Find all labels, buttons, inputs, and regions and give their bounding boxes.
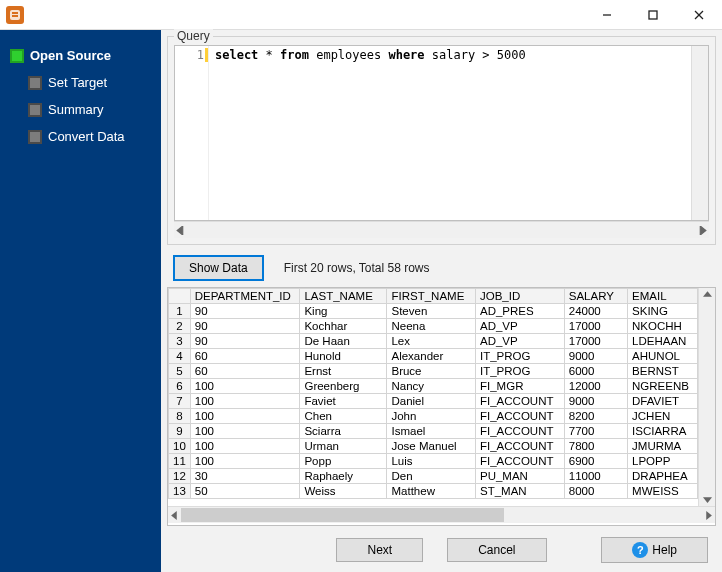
cell[interactable]: AHUNOL [628, 349, 698, 364]
cell[interactable]: JMURMA [628, 439, 698, 454]
cell[interactable]: Ismael [387, 424, 476, 439]
cell[interactable]: 6000 [564, 364, 627, 379]
table-row[interactable]: 190KingStevenAD_PRES24000SKING [169, 304, 698, 319]
cell[interactable]: AD_VP [476, 334, 565, 349]
cell[interactable]: Urman [300, 439, 387, 454]
cell[interactable]: ISCIARRA [628, 424, 698, 439]
table-row[interactable]: 8100ChenJohnFI_ACCOUNT8200JCHEN [169, 409, 698, 424]
cell[interactable]: 9000 [564, 394, 627, 409]
cell[interactable]: Popp [300, 454, 387, 469]
cell[interactable]: Greenberg [300, 379, 387, 394]
column-header[interactable]: EMAIL [628, 289, 698, 304]
cell[interactable]: LDEHAAN [628, 334, 698, 349]
maximize-button[interactable] [630, 0, 676, 30]
cell[interactable]: SKING [628, 304, 698, 319]
cell[interactable]: AD_VP [476, 319, 565, 334]
cell[interactable]: Raphaely [300, 469, 387, 484]
cell[interactable]: ST_MAN [476, 484, 565, 499]
cell[interactable]: NKOCHH [628, 319, 698, 334]
cell[interactable]: NGREENB [628, 379, 698, 394]
cell[interactable]: DRAPHEA [628, 469, 698, 484]
column-header[interactable]: JOB_ID [476, 289, 565, 304]
cell[interactable]: 8000 [564, 484, 627, 499]
cell[interactable]: 60 [190, 349, 300, 364]
cell[interactable]: FI_ACCOUNT [476, 454, 565, 469]
cell[interactable]: Weiss [300, 484, 387, 499]
cell[interactable]: BERNST [628, 364, 698, 379]
cell[interactable]: 12000 [564, 379, 627, 394]
show-data-button[interactable]: Show Data [173, 255, 264, 281]
cell[interactable]: IT_PROG [476, 364, 565, 379]
cell[interactable]: 6900 [564, 454, 627, 469]
close-button[interactable] [676, 0, 722, 30]
cell[interactable]: Neena [387, 319, 476, 334]
cell[interactable]: Lex [387, 334, 476, 349]
cell[interactable]: MWEISS [628, 484, 698, 499]
table-row[interactable]: 460HunoldAlexanderIT_PROG9000AHUNOL [169, 349, 698, 364]
cell[interactable]: IT_PROG [476, 349, 565, 364]
cell[interactable]: 9000 [564, 349, 627, 364]
cell[interactable]: Hunold [300, 349, 387, 364]
cell[interactable]: 90 [190, 334, 300, 349]
grid-vscroll[interactable] [698, 288, 715, 506]
cell[interactable]: 100 [190, 409, 300, 424]
results-grid[interactable]: DEPARTMENT_IDLAST_NAMEFIRST_NAMEJOB_IDSA… [167, 287, 716, 526]
cell[interactable]: Jose Manuel [387, 439, 476, 454]
table-row[interactable]: 6100GreenbergNancyFI_MGR12000NGREENB [169, 379, 698, 394]
table-row[interactable]: 1230RaphaelyDenPU_MAN11000DRAPHEA [169, 469, 698, 484]
cell[interactable]: LPOPP [628, 454, 698, 469]
cell[interactable]: FI_MGR [476, 379, 565, 394]
cell[interactable]: Nancy [387, 379, 476, 394]
cell[interactable]: De Haan [300, 334, 387, 349]
query-editor[interactable]: 1 select * from employees where salary >… [174, 45, 709, 221]
cell[interactable]: 8200 [564, 409, 627, 424]
cell[interactable]: FI_ACCOUNT [476, 409, 565, 424]
table-row[interactable]: 290KochharNeenaAD_VP17000NKOCHH [169, 319, 698, 334]
cell[interactable]: FI_ACCOUNT [476, 394, 565, 409]
grid-hscroll[interactable] [168, 506, 715, 523]
cell[interactable]: Kochhar [300, 319, 387, 334]
table-row[interactable]: 11100PoppLuisFI_ACCOUNT6900LPOPP [169, 454, 698, 469]
cell[interactable]: JCHEN [628, 409, 698, 424]
cell[interactable]: Den [387, 469, 476, 484]
cell[interactable]: Matthew [387, 484, 476, 499]
cell[interactable]: 17000 [564, 319, 627, 334]
cell[interactable]: 17000 [564, 334, 627, 349]
cell[interactable]: 50 [190, 484, 300, 499]
cell[interactable]: Ernst [300, 364, 387, 379]
cell[interactable]: AD_PRES [476, 304, 565, 319]
cell[interactable]: PU_MAN [476, 469, 565, 484]
cell[interactable]: FI_ACCOUNT [476, 439, 565, 454]
cell[interactable]: Steven [387, 304, 476, 319]
editor-vscroll[interactable] [691, 46, 708, 220]
help-button[interactable]: ? Help [601, 537, 708, 563]
table-row[interactable]: 390De HaanLexAD_VP17000LDEHAAN [169, 334, 698, 349]
sidebar-item-convert-data[interactable]: Convert Data [18, 123, 161, 150]
cell[interactable]: 100 [190, 379, 300, 394]
cell[interactable]: 100 [190, 439, 300, 454]
sidebar-item-open-source[interactable]: Open Source [0, 42, 161, 69]
hscroll-thumb[interactable] [181, 508, 504, 522]
cell[interactable]: 90 [190, 304, 300, 319]
rownum-header[interactable] [169, 289, 191, 304]
cell[interactable]: Daniel [387, 394, 476, 409]
column-header[interactable]: DEPARTMENT_ID [190, 289, 300, 304]
query-code[interactable]: select * from employees where salary > 5… [209, 46, 691, 220]
cell[interactable]: 60 [190, 364, 300, 379]
cell[interactable]: DFAVIET [628, 394, 698, 409]
cell[interactable]: King [300, 304, 387, 319]
cell[interactable]: 24000 [564, 304, 627, 319]
cell[interactable]: Alexander [387, 349, 476, 364]
cell[interactable]: 7700 [564, 424, 627, 439]
table-row[interactable]: 560ErnstBruceIT_PROG6000BERNST [169, 364, 698, 379]
table-row[interactable]: 9100SciarraIsmaelFI_ACCOUNT7700ISCIARRA [169, 424, 698, 439]
cell[interactable]: Faviet [300, 394, 387, 409]
table-row[interactable]: 10100UrmanJose ManuelFI_ACCOUNT7800JMURM… [169, 439, 698, 454]
minimize-button[interactable] [584, 0, 630, 30]
editor-hscroll[interactable] [174, 221, 709, 238]
cell[interactable]: 100 [190, 394, 300, 409]
cell[interactable]: 100 [190, 424, 300, 439]
table-row[interactable]: 7100FavietDanielFI_ACCOUNT9000DFAVIET [169, 394, 698, 409]
column-header[interactable]: LAST_NAME [300, 289, 387, 304]
cell[interactable]: 11000 [564, 469, 627, 484]
